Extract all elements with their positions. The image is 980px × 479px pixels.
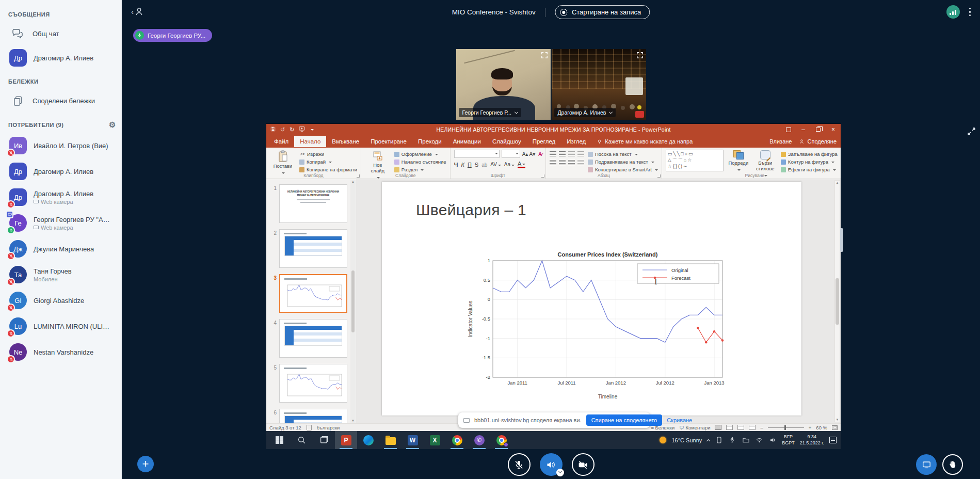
language-indicator[interactable]: български [317,425,340,430]
user-list-item[interactable]: Ne Nestan Varshanidze [8,339,116,365]
stop-screenshare-button[interactable] [916,454,937,475]
fullscreen-icon[interactable] [541,52,548,61]
fit-slide-button[interactable] [832,425,838,430]
current-slide[interactable]: Швейцария – 1 10.50-0.5-1-1.5-2Jan 2011J… [382,182,801,416]
text-shadow-button[interactable]: ab [481,162,487,168]
user-list-item[interactable]: Lu LUMINITA MIRON (ULIM) [8,313,116,339]
start-slideshow-icon[interactable] [299,126,305,133]
underline-button[interactable]: П [468,162,472,168]
sidebar-item-public-chat[interactable]: Общ чат [8,22,116,45]
strikethrough-button[interactable]: S [475,162,478,168]
smartart-button[interactable]: Конвертиране в SmartArt [588,167,658,172]
users-settings-gear-icon[interactable]: ⚙ [109,121,116,129]
zoom-out-button[interactable]: – [760,425,763,430]
presentation-scrollbar-thumb[interactable] [840,228,843,252]
slide-thumbnail[interactable]: 5 [270,364,356,403]
audio-button[interactable] [540,453,563,476]
share-button[interactable]: Споделяне [799,138,837,145]
change-case-button[interactable]: Aa [504,162,515,167]
arrange-button[interactable]: Подреди [727,150,750,173]
presentation-fullscreen-icon[interactable] [967,127,976,138]
taskbar-explorer-icon[interactable] [379,431,401,449]
talking-indicator[interactable]: Георги Георгиев РУ... [133,29,212,42]
qat-customize-caret[interactable] [311,129,314,132]
bold-button[interactable]: Ч [454,162,458,168]
action-center-icon[interactable] [829,437,837,443]
ppt-tab-Файл[interactable]: Файл [268,136,294,147]
ppt-tab-Начало[interactable]: Начало [294,136,326,147]
slide-area-scrollbar[interactable]: ▲▼ [834,180,840,422]
taskbar-viber-icon[interactable]: ✆ [468,431,490,449]
user-list-item[interactable]: Дж Джулия Маринчева [8,236,116,262]
zoom-level[interactable]: 60 % [816,425,827,430]
shape-effects-button[interactable]: Ефекти на фигура [781,167,841,172]
taskbar-start-icon[interactable] [268,431,291,449]
clipboard-dialog-launcher[interactable] [357,174,360,178]
align-text-button[interactable]: Подравняване на текст [588,159,658,165]
slide-thumbnail[interactable]: 4 [270,319,356,358]
webcam-georgi[interactable]: Георги Георгиев Р... [456,49,551,120]
cut-button[interactable]: ✂Изрежи [299,151,357,157]
ppt-tab-Вмъкване[interactable]: Вмъкване [326,136,365,147]
slideshow-view-button[interactable] [749,425,756,430]
stop-sharing-button[interactable]: Спиране на споделянето [586,414,663,426]
slide-thumbnail[interactable]: 1 НЕЛИНЕЙНИ АВТОРЕГРЕСИВНИ НЕВРОННИ МРЕЖ… [270,184,356,223]
slide-thumbnail[interactable]: 6 [270,409,356,423]
user-list-item[interactable]: Ив Ивайло И. Петров (Вие) [8,133,116,158]
start-recording-button[interactable]: Стартиране на записа [555,5,650,19]
tray-folder-icon[interactable] [742,437,750,443]
keyboard-layout[interactable]: БГРBGPT [782,434,795,446]
reset-button[interactable]: Начално състояние [394,159,446,165]
user-list-item[interactable]: GI Giorgi Abashidze [8,288,116,313]
fullscreen-icon[interactable] [636,52,644,61]
taskbar-edge-icon[interactable] [357,431,379,449]
shapes-gallery[interactable]: ▭╲╲□○▭△⌒⌒⌂☆☆{}()∼ [666,150,724,171]
slide-thumbnail[interactable]: 2 [270,229,356,268]
zoom-in-button[interactable]: + [809,425,812,430]
taskbar-search-icon[interactable] [291,431,313,449]
sidebar-item-shared-notes[interactable]: Споделени бележки [8,89,116,113]
raise-hand-button[interactable] [942,454,963,475]
spellcheck-icon[interactable] [307,425,312,430]
ppt-tab-Слайдшоу[interactable]: Слайдшоу [487,136,527,147]
taskbar-excel-icon[interactable]: X [424,431,446,449]
copy-button[interactable]: Копирай [299,159,357,165]
undo-icon[interactable]: ↺ [280,126,285,133]
text-direction-button[interactable]: Посока на текст [588,151,658,157]
thumbnails-scrollbar[interactable]: ▲▼ [350,180,356,423]
collapse-userlist-button[interactable]: ‹ [131,7,144,17]
minimize-button[interactable]: – [796,124,811,135]
save-icon[interactable] [270,126,276,133]
italic-button[interactable]: К [461,162,464,168]
font-color-button[interactable]: A [518,161,525,168]
enable-webcam-button[interactable] [572,453,595,476]
options-kebab-menu[interactable] [968,7,972,18]
unmute-mic-button[interactable] [508,453,531,476]
restore-button[interactable] [811,124,826,135]
font-size-select[interactable] [502,150,520,158]
close-button[interactable]: × [826,124,841,135]
user-list-item[interactable]: Ге Георги Георгиев РУ "Ангел Кънч... Web… [8,210,116,236]
tray-mic-icon[interactable] [728,437,736,443]
comments-toggle[interactable]: 🗩 Коментари [679,425,710,430]
paragraph-dialog-launcher[interactable] [657,174,661,178]
clock[interactable]: 9:3421.5.2022 г. [800,434,824,446]
taskbar-chrome-profile-icon[interactable] [490,431,512,449]
layout-button[interactable]: Оформление [394,151,446,157]
user-list-item[interactable]: Др Драгомир А. Илиев Web камера [8,184,116,210]
shape-fill-button[interactable]: Запълване на фигура [781,151,841,157]
slide-thumbnail[interactable]: 3 [270,274,356,313]
taskbar-word-icon[interactable]: W [401,431,424,449]
tell-me-box[interactable]: Кажете ми какво искате да напра [597,138,693,145]
webcam-name-dropdown[interactable]: Георги Георгиев Р... [459,108,521,117]
align-buttons[interactable] [550,160,584,166]
tray-overflow-chevron-icon[interactable] [706,439,710,442]
user-list-item[interactable]: Та Таня Горчев Мобилен [8,262,116,288]
tray-volume-icon[interactable] [768,437,777,443]
char-spacing-button[interactable]: AV [490,162,501,167]
ppt-tab-Изглед[interactable]: Изглед [561,136,591,147]
ppt-tab-Преходи[interactable]: Преходи [412,136,447,147]
format-painter-button[interactable]: Копиране на формати [299,167,357,172]
hide-sharing-bar-link[interactable]: Скриване [667,417,692,423]
ppt-tab-Проектиране[interactable]: Проектиране [365,136,412,147]
